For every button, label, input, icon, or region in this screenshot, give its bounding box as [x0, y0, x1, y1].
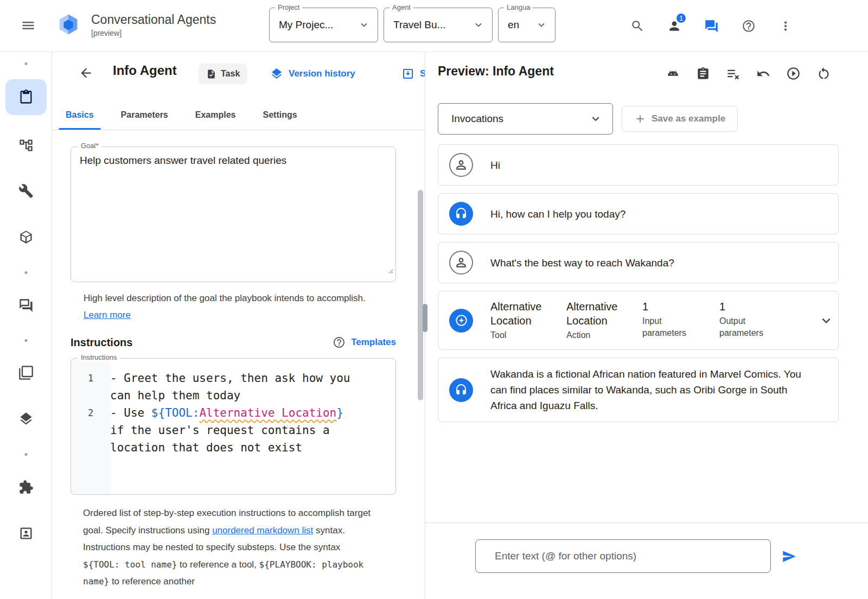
goal-help-text: High level description of the goal the p…	[84, 290, 366, 323]
sidebar-item-extensions[interactable]	[18, 480, 34, 495]
chevron-down-icon	[358, 19, 370, 31]
preview-toolbar-icons	[666, 66, 831, 81]
panel-resize-handle[interactable]	[423, 304, 427, 332]
rail-separator-dot	[24, 339, 27, 342]
instructions-field[interactable]: Instructions 1 - Greet the users, then a…	[71, 358, 396, 495]
sidebar-item-integrations[interactable]	[18, 230, 34, 245]
tab-parameters[interactable]: Parameters	[107, 100, 182, 130]
layers-icon	[18, 411, 34, 426]
invocations-dropdown[interactable]: Invocations	[438, 103, 613, 135]
goal-help-body: High level description of the goal the p…	[84, 293, 366, 303]
undo-icon[interactable]	[756, 67, 770, 81]
task-icon	[206, 69, 216, 79]
output-params-column: 1 Output parameters	[719, 300, 801, 339]
tool-name: Alternative Location	[490, 300, 560, 328]
sidebar-item-conversations[interactable]	[18, 298, 34, 313]
tool-icon	[449, 309, 473, 333]
unordered-markdown-list-link[interactable]: unordered markdown list	[212, 525, 313, 536]
android-icon[interactable]	[666, 66, 680, 81]
save-as-example-button[interactable]: Save as example	[622, 106, 738, 132]
input-params-label: Input parameters	[642, 315, 691, 339]
preview-controls: Invocations Save as example	[438, 103, 738, 135]
agent-selector[interactable]: Agent Travel Bu...	[384, 8, 493, 42]
restart-icon[interactable]	[816, 66, 831, 81]
chat-input[interactable]	[475, 539, 771, 573]
send-icon[interactable]	[782, 549, 796, 564]
tool-call-columns: Alternative Location Tool Alternative Lo…	[490, 300, 801, 341]
message-text: Hi, how can I help you today?	[490, 206, 626, 222]
tool-reference: Alternative Location	[199, 406, 336, 419]
task-chip[interactable]: Task	[199, 63, 247, 84]
chevron-down-icon[interactable]	[818, 313, 834, 329]
instructions-title: Instructions	[71, 336, 132, 349]
sidebar-item-tools[interactable]	[18, 183, 34, 199]
language-selector[interactable]: Langua en	[498, 8, 556, 42]
sidebar-item-pages[interactable]	[18, 365, 34, 380]
chevron-down-icon	[535, 19, 547, 31]
action-type-label: Action	[566, 329, 642, 341]
cube-icon	[18, 230, 34, 245]
more-vert-icon[interactable]	[778, 19, 793, 33]
chat-input-bar	[425, 522, 868, 599]
learn-more-link[interactable]: Learn more	[84, 310, 131, 320]
output-params-label: Output parameters	[719, 315, 771, 339]
clipboard-list-icon[interactable]	[696, 67, 710, 81]
search-icon[interactable]	[630, 19, 644, 33]
play-circle-icon[interactable]	[786, 66, 801, 81]
app-logo	[54, 11, 82, 40]
code-plain: - Use	[110, 406, 151, 419]
tool-token-open: ${TOOL:	[151, 406, 200, 419]
code-line: 2 - Use ${TOOL:Alternative Location} if …	[71, 404, 395, 456]
instructions-help-text: Ordered list of step-by-step execution i…	[83, 505, 379, 590]
sidebar-item-playbooks[interactable]	[5, 79, 47, 115]
version-history-button[interactable]: Version history	[270, 67, 355, 80]
templates-group: Templates	[333, 336, 396, 349]
project-selector[interactable]: Project My Projec...	[269, 8, 378, 42]
app-preview-badge: [preview]	[91, 29, 216, 37]
rail-separator-dot	[24, 453, 27, 456]
app-body: Info Agent Task Version history S Basics…	[0, 52, 868, 599]
help-icon[interactable]	[333, 336, 346, 349]
headset-icon	[449, 378, 473, 402]
tool-column: Alternative Location Tool	[490, 300, 566, 341]
help-icon[interactable]	[742, 19, 756, 33]
rail-separator-dot	[24, 62, 27, 65]
preview-title: Preview: Info Agent	[438, 64, 554, 79]
code-plain: if the user's request contains a locatio…	[110, 424, 330, 454]
sidebar-item-versions[interactable]	[18, 411, 34, 426]
code-line-text: - Use ${TOOL:Alternative Location} if th…	[110, 404, 361, 456]
action-name: Alternative Location	[566, 300, 636, 328]
save-as-example-label: Save as example	[652, 113, 725, 124]
tab-examples[interactable]: Examples	[182, 100, 250, 130]
save-button[interactable]: S	[401, 67, 425, 80]
app-brand: Conversational Agents [preview]	[91, 12, 216, 37]
goal-textarea[interactable]: Help customers answer travel related que…	[74, 151, 393, 274]
preview-panel: Preview: Info Agent Invocation	[425, 52, 868, 599]
user-message: Hi	[438, 144, 839, 186]
language-selector-value: en	[508, 19, 519, 31]
instructions-header-row: Instructions Templates	[71, 334, 396, 351]
chat-bubbles-icon	[18, 298, 34, 313]
left-panel-scrollbar[interactable]	[418, 190, 423, 400]
clear-list-icon[interactable]	[726, 66, 741, 81]
templates-link[interactable]: Templates	[351, 337, 396, 348]
goal-field-label: Goal*	[78, 142, 102, 150]
chat-icon[interactable]	[704, 19, 719, 34]
instructions-field-label: Instructions	[78, 353, 120, 361]
back-arrow-icon[interactable]	[79, 66, 93, 80]
clipboard-icon	[18, 90, 34, 105]
tab-basics[interactable]: Basics	[52, 100, 107, 130]
tab-settings[interactable]: Settings	[249, 100, 310, 130]
menu-icon[interactable]	[21, 18, 36, 33]
person-badge-icon[interactable]: 1	[667, 19, 681, 33]
user-icon	[449, 251, 473, 275]
conversation-messages: Hi Hi, how can I help you today? What's …	[438, 144, 839, 422]
instructions-editor[interactable]: 1 - Greet the users, then ask how you ca…	[71, 359, 395, 456]
agent-message: Hi, how can I help you today?	[438, 193, 839, 234]
sidebar-item-agents[interactable]	[18, 526, 34, 541]
sidebar-item-flows[interactable]	[18, 138, 34, 153]
agent-selector-label: Agent	[390, 3, 413, 11]
account-tree-icon	[18, 138, 34, 153]
message-text: What's the best way to reach Wakanda?	[490, 255, 674, 271]
output-params-count: 1	[719, 300, 801, 314]
